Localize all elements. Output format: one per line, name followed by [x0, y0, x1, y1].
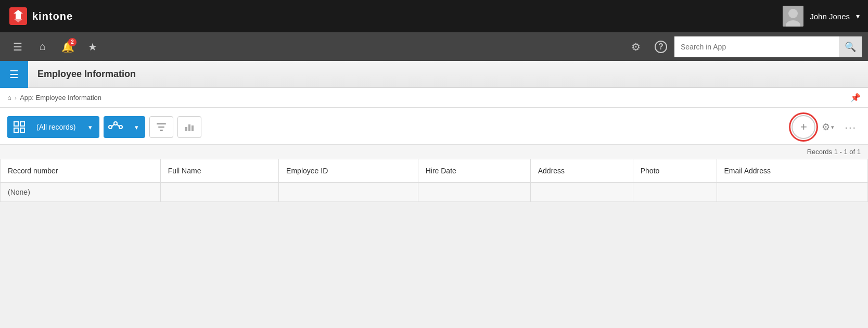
- table-header-row: Record number Full Name Employee ID Hire…: [1, 159, 868, 183]
- star-icon: ★: [88, 41, 97, 53]
- cell-hire-date: [418, 183, 530, 202]
- notification-button[interactable]: 🔔 2: [56, 35, 79, 58]
- filter-icon: [156, 122, 167, 132]
- grid-icon: [14, 121, 25, 133]
- notification-badge: 2: [68, 38, 76, 46]
- records-table: Record number Full Name Employee ID Hire…: [0, 159, 868, 202]
- svg-line-13: [112, 124, 114, 127]
- breadcrumb-home-icon[interactable]: ⌂: [7, 94, 11, 102]
- home-button[interactable]: ⌂: [31, 35, 54, 58]
- chart-button[interactable]: [177, 116, 201, 138]
- cell-employee-id: [279, 183, 418, 202]
- search-button[interactable]: 🔍: [839, 36, 862, 57]
- search-icon: 🔍: [845, 41, 856, 53]
- filter-button[interactable]: [149, 116, 173, 138]
- more-options-button[interactable]: ···: [840, 119, 861, 135]
- plus-icon: +: [800, 120, 807, 134]
- menu-icon: ☰: [13, 41, 22, 53]
- svg-point-10: [109, 125, 112, 129]
- cell-address: [530, 183, 633, 202]
- table-container: Record number Full Name Employee ID Hire…: [0, 159, 868, 202]
- app-logo-text: kintone: [32, 10, 73, 22]
- svg-rect-8: [14, 128, 18, 132]
- settings-nav-button[interactable]: ⚙: [624, 35, 647, 58]
- favorites-button[interactable]: ★: [81, 35, 104, 58]
- records-count-bar: Records 1 - 1 of 1: [0, 145, 868, 159]
- home-icon: ⌂: [40, 41, 46, 53]
- app-title-bar: ☰ Employee Information: [0, 61, 868, 88]
- settings-icon: ⚙: [822, 121, 830, 133]
- cell-email-address: [717, 183, 867, 202]
- svg-point-4: [788, 9, 798, 18]
- col-record-number: Record number: [1, 159, 161, 183]
- top-header: kintone John Jones ▾: [0, 0, 868, 32]
- view-label: (All records): [31, 123, 81, 131]
- list-icon: ☰: [9, 68, 19, 81]
- svg-point-11: [114, 122, 117, 125]
- add-record-button[interactable]: +: [792, 115, 815, 139]
- menu-toggle-button[interactable]: ☰: [6, 35, 29, 58]
- help-button[interactable]: ?: [649, 35, 672, 58]
- list-view-toggle[interactable]: ☰: [0, 61, 28, 88]
- svg-rect-15: [185, 127, 187, 131]
- process-button[interactable]: ▾: [104, 116, 145, 138]
- cell-photo: [633, 183, 717, 202]
- user-area: John Jones ▾: [783, 6, 860, 27]
- breadcrumb-path: App: Employee Information: [20, 94, 101, 102]
- svg-rect-16: [188, 124, 190, 131]
- view-chevron-icon[interactable]: ▾: [81, 116, 99, 138]
- cell-record-number: (None): [1, 183, 161, 202]
- nav-bar: ☰ ⌂ 🔔 2 ★ ⚙ ? 🔍: [0, 32, 868, 61]
- chart-icon: [184, 122, 195, 132]
- ellipsis-icon: ···: [845, 121, 857, 133]
- svg-point-12: [119, 125, 122, 129]
- breadcrumb-separator: ›: [15, 94, 17, 102]
- gear-icon: ⚙: [631, 41, 641, 53]
- search-input[interactable]: [674, 36, 839, 57]
- col-email-address: Email Address: [717, 159, 867, 183]
- pin-icon[interactable]: 📌: [850, 93, 861, 103]
- col-photo: Photo: [633, 159, 717, 183]
- svg-rect-17: [192, 125, 194, 131]
- search-area: 🔍: [674, 36, 862, 57]
- page-title: Employee Information: [28, 69, 136, 80]
- records-count: Records 1 - 1 of 1: [807, 148, 861, 156]
- breadcrumb-bar: ⌂ › App: Employee Information 📌: [0, 88, 868, 108]
- view-selector[interactable]: (All records) ▾: [7, 116, 99, 138]
- col-address: Address: [530, 159, 633, 183]
- user-dropdown-chevron[interactable]: ▾: [856, 12, 860, 20]
- user-name: John Jones: [810, 12, 850, 21]
- view-icon: [7, 116, 31, 138]
- help-icon: ?: [655, 41, 667, 53]
- breadcrumb: ⌂ › App: Employee Information: [7, 94, 101, 102]
- col-employee-id: Employee ID: [279, 159, 418, 183]
- svg-line-14: [117, 124, 119, 127]
- settings-chevron-icon: ▾: [831, 124, 834, 131]
- table-settings-button[interactable]: ⚙ ▾: [820, 119, 836, 135]
- avatar: [783, 6, 803, 27]
- col-hire-date: Hire Date: [418, 159, 530, 183]
- process-chevron-icon[interactable]: ▾: [127, 116, 145, 138]
- table-row: (None): [1, 183, 868, 202]
- svg-rect-9: [20, 128, 24, 132]
- kintone-logo-icon: [8, 6, 28, 26]
- logo-area: kintone: [8, 6, 73, 26]
- svg-rect-7: [20, 122, 24, 126]
- svg-rect-6: [14, 122, 18, 126]
- cell-full-name: [160, 183, 278, 202]
- toolbar: (All records) ▾ ▾ +: [0, 108, 868, 145]
- col-full-name: Full Name: [160, 159, 278, 183]
- process-icon: [104, 116, 127, 138]
